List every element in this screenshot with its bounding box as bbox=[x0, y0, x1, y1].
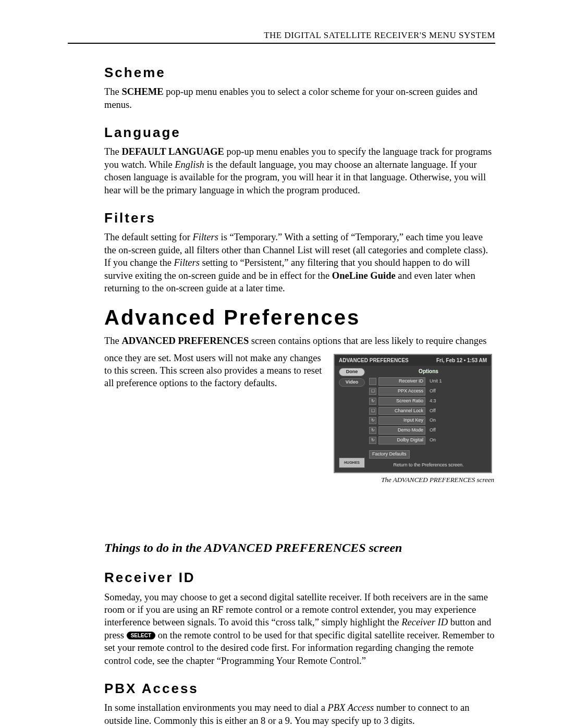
option-icon bbox=[369, 378, 376, 385]
heading-things-to-do: Things to do in the ADVANCED PREFERENCES… bbox=[104, 540, 495, 557]
option-label: Receiver ID bbox=[378, 377, 425, 386]
option-row-ppx-access[interactable]: ☐ PPX Access Off bbox=[369, 387, 488, 396]
screenshot-time: Fri, Feb 12 • 1:53 AM bbox=[436, 357, 487, 364]
heading-scheme: Scheme bbox=[104, 64, 495, 81]
tv-screenshot: ADVANCED PREFERENCES Fri, Feb 12 • 1:53 … bbox=[334, 354, 492, 474]
options-heading: Options bbox=[369, 368, 488, 375]
option-row-channel-lock[interactable]: ☐ Channel Lock Off bbox=[369, 407, 488, 415]
text: The bbox=[104, 87, 121, 97]
hughes-logo: HUGHES bbox=[339, 458, 365, 468]
italic-filters-1: Filters bbox=[193, 232, 218, 242]
option-row-dolby-digital[interactable]: ↻ Dolby Digital On bbox=[369, 436, 488, 445]
option-icon: ☐ bbox=[369, 388, 376, 395]
option-row-receiver-id[interactable]: Receiver ID Unit 1 bbox=[369, 377, 488, 386]
cycle-icon: ↻ bbox=[369, 437, 376, 444]
italic-english: English bbox=[175, 159, 204, 170]
cycle-icon: ↻ bbox=[369, 427, 376, 434]
option-label: Input Key bbox=[378, 416, 425, 425]
bold-default-language: DEFAULT LANGUAGE bbox=[121, 146, 224, 157]
filters-paragraph: The default setting for Filters is “Temp… bbox=[104, 231, 495, 294]
option-label: PPX Access bbox=[378, 387, 425, 396]
heading-advanced-preferences: Advanced Preferences bbox=[104, 304, 495, 331]
advpref-intro-line: The ADVANCED PREFERENCES screen contains… bbox=[104, 335, 495, 347]
option-label: Dolby Digital bbox=[378, 436, 425, 445]
advanced-preferences-screenshot: ADVANCED PREFERENCES Fri, Feb 12 • 1:53 … bbox=[334, 354, 495, 485]
screenshot-hint: Return to the Preferences screen. bbox=[369, 461, 488, 468]
video-button[interactable]: Video bbox=[339, 378, 365, 387]
screenshot-left-column: Done Video HUGHES bbox=[338, 368, 366, 468]
heading-receiver-id: Receiver ID bbox=[104, 569, 495, 586]
select-button-icon: SELECT bbox=[127, 632, 155, 639]
text: The bbox=[104, 146, 121, 157]
option-row-input-key[interactable]: ↻ Input Key On bbox=[369, 416, 488, 425]
text: The default setting for bbox=[104, 232, 193, 242]
bold-advanced-preferences: ADVANCED PREFERENCES bbox=[121, 336, 249, 346]
done-button[interactable]: Done bbox=[339, 368, 365, 376]
language-paragraph: The DEFAULT LANGUAGE pop-up menu enables… bbox=[104, 145, 495, 196]
option-value: Off bbox=[427, 388, 488, 394]
option-row-demo-mode[interactable]: ↻ Demo Mode Off bbox=[369, 426, 488, 435]
top-rule bbox=[68, 43, 495, 44]
text: screen contains options that are less li… bbox=[249, 336, 486, 346]
option-value: Unit 1 bbox=[427, 378, 488, 385]
option-value: On bbox=[427, 437, 488, 443]
screenshot-title: ADVANCED PREFERENCES bbox=[339, 357, 409, 364]
heading-language: Language bbox=[104, 124, 495, 141]
option-row-screen-ratio[interactable]: ↻ Screen Ratio 4:3 bbox=[369, 397, 488, 405]
option-value: Off bbox=[427, 408, 488, 414]
screenshot-caption: The ADVANCED PREFERENCES screen bbox=[334, 475, 494, 484]
option-label: Demo Mode bbox=[378, 426, 425, 435]
receiver-id-paragraph: Someday, you may choose to get a second … bbox=[104, 591, 495, 667]
cycle-icon: ↻ bbox=[369, 417, 376, 424]
option-value: Off bbox=[427, 427, 488, 434]
option-value: On bbox=[427, 417, 488, 424]
document-page: THE DIGITAL SATELLITE RECEIVER'S MENU SY… bbox=[0, 0, 563, 728]
factory-defaults-button[interactable]: Factory Defaults bbox=[369, 450, 410, 459]
bold-oneline-guide: OneLine Guide bbox=[332, 270, 396, 281]
heading-pbx-access: PBX Access bbox=[104, 680, 495, 697]
page-content: Scheme The SCHEME pop-up menu enables yo… bbox=[68, 64, 495, 728]
italic-filters-2: Filters bbox=[174, 257, 200, 268]
heading-filters: Filters bbox=[104, 209, 495, 227]
option-label: Screen Ratio bbox=[378, 397, 425, 405]
option-value: 4:3 bbox=[427, 398, 488, 404]
scheme-paragraph: The SCHEME pop-up menu enables you to se… bbox=[104, 85, 495, 111]
screenshot-body: Done Video HUGHES Options Receiver ID Un… bbox=[335, 366, 491, 473]
spacer bbox=[104, 485, 495, 526]
bold-scheme: SCHEME bbox=[121, 87, 163, 97]
text: In some installation environments you ma… bbox=[104, 702, 328, 713]
text: The bbox=[104, 336, 121, 346]
page-footer: PAGE 7-9 bbox=[68, 714, 495, 728]
italic-pbx-access: PBX Access bbox=[328, 702, 374, 713]
screenshot-right-column: Options Receiver ID Unit 1 ☐ PPX Access … bbox=[369, 368, 488, 468]
screenshot-title-bar: ADVANCED PREFERENCES Fri, Feb 12 • 1:53 … bbox=[335, 355, 491, 366]
option-icon: ☐ bbox=[369, 408, 376, 415]
italic-receiver-id: Receiver ID bbox=[401, 617, 448, 627]
cycle-icon: ↻ bbox=[369, 398, 376, 405]
option-label: Channel Lock bbox=[378, 407, 425, 415]
text: on the remote control to be used for tha… bbox=[104, 630, 494, 666]
running-head: THE DIGITAL SATELLITE RECEIVER'S MENU SY… bbox=[68, 30, 495, 41]
